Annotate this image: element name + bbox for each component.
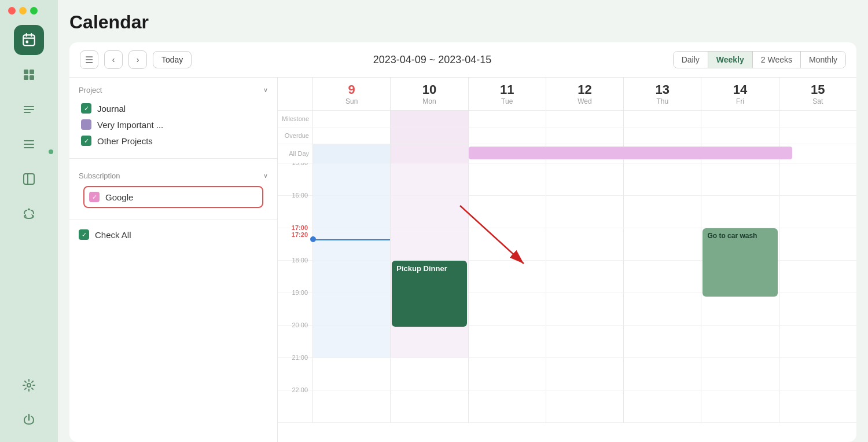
time-cell-16-mon[interactable] xyxy=(390,196,468,228)
time-cell-15-thu[interactable] xyxy=(623,163,701,195)
time-cell-18-sun[interactable] xyxy=(312,261,390,293)
sidebar-icon-grid[interactable] xyxy=(14,60,44,90)
time-cell-16-wed[interactable] xyxy=(546,196,623,228)
menu-button[interactable]: ☰ xyxy=(80,50,98,69)
time-cell-18-mon[interactable]: Pickup Dinner xyxy=(390,261,468,293)
time-cell-21-wed[interactable] xyxy=(546,358,623,390)
sidebar xyxy=(0,0,58,442)
allday-cell-sun xyxy=(312,144,390,163)
time-cell-18-tue[interactable] xyxy=(468,261,546,293)
time-cell-18-sat[interactable] xyxy=(779,261,856,293)
sidebar-icon-menu[interactable] xyxy=(14,129,44,159)
time-cell-17-thu[interactable] xyxy=(623,228,701,260)
milestone-cell-tue xyxy=(468,111,546,127)
overdue-label: Overdue xyxy=(278,127,312,144)
time-cell-17-wed[interactable] xyxy=(546,228,623,260)
time-cell-18-thu[interactable] xyxy=(623,261,701,293)
time-cell-19-sun[interactable] xyxy=(312,293,390,325)
time-cell-19-thu[interactable] xyxy=(623,293,701,325)
time-cell-16-sun[interactable] xyxy=(312,196,390,228)
time-label-17: 17:0017:20 xyxy=(278,224,312,256)
time-cell-18-wed[interactable] xyxy=(546,261,623,293)
sidebar-icon-panel[interactable] xyxy=(14,164,44,194)
prev-button[interactable]: ‹ xyxy=(104,50,123,69)
time-cell-16-sat[interactable] xyxy=(779,196,856,228)
time-cell-20-fri[interactable]: Go to car wash xyxy=(701,326,778,357)
time-cell-19-fri[interactable] xyxy=(701,293,778,325)
journal-checkbox[interactable]: ✓ xyxy=(81,103,91,114)
time-cell-21-mon[interactable] xyxy=(390,358,468,390)
time-cell-20-tue[interactable] xyxy=(468,326,546,357)
time-cell-22-sat[interactable] xyxy=(779,390,856,422)
time-cell-19-tue[interactable] xyxy=(468,293,546,325)
day-num-14: 14 xyxy=(701,82,778,97)
subscription-item-google[interactable]: ✓ Google xyxy=(84,187,262,207)
time-cell-15-sat[interactable] xyxy=(779,163,856,195)
time-cell-21-thu[interactable] xyxy=(623,358,701,390)
sidebar-icon-settings[interactable] xyxy=(14,370,44,400)
google-item-wrapper: ✓ Google xyxy=(83,186,263,208)
minimize-button[interactable] xyxy=(19,7,27,14)
time-cell-17-sun[interactable] xyxy=(312,228,390,260)
time-cell-17-sat[interactable] xyxy=(779,228,856,260)
page-title: Calendar xyxy=(69,12,856,33)
tab-2weeks[interactable]: 2 Weeks xyxy=(753,52,801,68)
time-cell-15-wed[interactable] xyxy=(546,163,623,195)
sidebar-icon-recycle[interactable] xyxy=(14,199,44,229)
time-cell-22-mon[interactable] xyxy=(390,390,468,422)
time-cell-20-sat[interactable] xyxy=(779,326,856,357)
time-cell-21-fri[interactable] xyxy=(701,358,778,390)
time-cell-15-mon[interactable] xyxy=(390,163,468,195)
tab-monthly[interactable]: Monthly xyxy=(801,52,845,68)
time-cell-21-sun[interactable] xyxy=(312,358,390,390)
sidebar-icon-list-detail[interactable] xyxy=(14,94,44,125)
tab-daily[interactable]: Daily xyxy=(674,52,708,68)
time-cell-22-tue[interactable] xyxy=(468,390,546,422)
time-cell-22-fri[interactable] xyxy=(701,390,778,422)
tab-weekly[interactable]: Weekly xyxy=(708,52,753,68)
today-button[interactable]: Today xyxy=(153,51,192,68)
calendar-body: Project ∨ ✓ Journal Very Important ... ✓… xyxy=(69,78,856,442)
time-cell-21-tue[interactable] xyxy=(468,358,546,390)
time-cell-19-wed[interactable] xyxy=(546,293,623,325)
divider2 xyxy=(69,220,277,220)
time-cell-22-wed[interactable] xyxy=(546,390,623,422)
maximize-button[interactable] xyxy=(30,7,38,14)
day-num-15: 15 xyxy=(779,82,856,97)
time-cell-15-tue[interactable] xyxy=(468,163,546,195)
time-cell-22-sun[interactable] xyxy=(312,390,390,422)
close-button[interactable] xyxy=(8,7,16,14)
sidebar-icon-power[interactable] xyxy=(14,405,44,435)
next-button[interactable]: › xyxy=(128,50,147,69)
google-checkbox[interactable]: ✓ xyxy=(89,192,100,202)
time-cell-20-mon[interactable] xyxy=(390,326,468,357)
time-cell-22-thu[interactable] xyxy=(623,390,701,422)
time-cell-16-tue[interactable] xyxy=(468,196,546,228)
project-item-important[interactable]: Very Important ... xyxy=(79,116,268,133)
carwash-event[interactable]: Go to car wash xyxy=(703,228,777,297)
other-checkbox[interactable]: ✓ xyxy=(81,136,91,146)
svg-point-17 xyxy=(27,383,31,387)
time-cell-15-sun[interactable] xyxy=(312,163,390,195)
time-cell-17-tue[interactable] xyxy=(468,228,546,260)
subscription-section-header[interactable]: Subscription ∨ xyxy=(79,171,268,180)
time-cell-20-sun[interactable] xyxy=(312,326,390,357)
time-cell-20-wed[interactable] xyxy=(546,326,623,357)
allday-label: All Day xyxy=(278,144,312,163)
time-cell-16-fri[interactable] xyxy=(701,196,778,228)
project-item-journal[interactable]: ✓ Journal xyxy=(79,100,268,116)
pickup-dinner-event[interactable]: Pickup Dinner xyxy=(392,261,466,327)
sidebar-icon-calendar[interactable] xyxy=(14,25,44,55)
time-cell-20-thu[interactable] xyxy=(623,326,701,357)
allday-row: All Day xyxy=(278,144,856,163)
time-cell-21-sat[interactable] xyxy=(779,358,856,390)
time-cell-15-fri[interactable] xyxy=(701,163,778,195)
time-cell-17-mon[interactable] xyxy=(390,228,468,260)
project-section-header[interactable]: Project ∨ xyxy=(79,86,268,94)
time-cell-16-thu[interactable] xyxy=(623,196,701,228)
important-checkbox[interactable] xyxy=(81,119,91,130)
time-cell-19-sat[interactable] xyxy=(779,293,856,325)
check-all-item[interactable]: ✓ Check All xyxy=(69,225,277,244)
project-item-other[interactable]: ✓ Other Projects xyxy=(79,133,268,149)
check-all-checkbox[interactable]: ✓ xyxy=(79,229,89,240)
